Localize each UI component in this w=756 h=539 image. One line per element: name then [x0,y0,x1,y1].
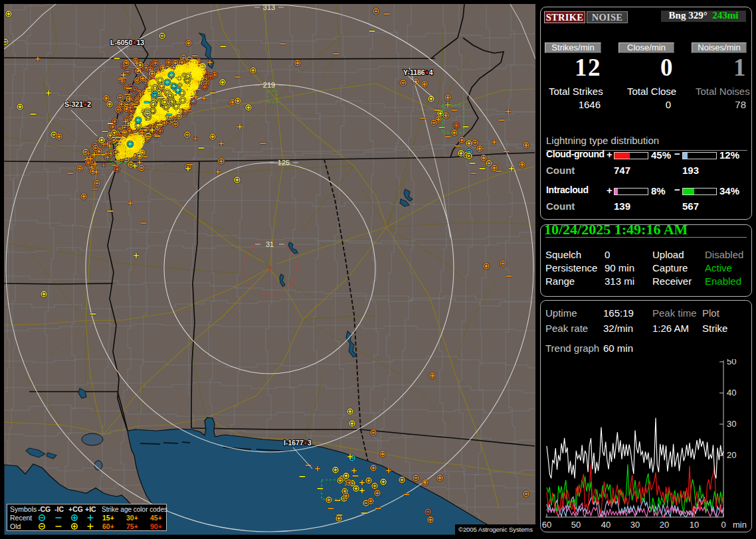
svg-text:I-1677+3: I-1677+3 [284,439,312,447]
svg-text:0: 0 [721,520,725,530]
svg-text:31: 31 [266,240,274,248]
svg-text:30: 30 [630,520,640,530]
svg-text:20: 20 [727,450,736,460]
svg-text:40: 40 [601,520,611,530]
svg-text:313: 313 [263,4,275,11]
svg-text:125: 125 [278,159,290,167]
svg-text:min: min [733,520,747,530]
svg-text:60: 60 [542,520,551,530]
svg-text:219: 219 [263,81,275,89]
svg-text:S-321+2: S-321+2 [64,100,91,108]
svg-text:Y-1186+4: Y-1186+4 [403,68,433,76]
svg-text:50: 50 [571,520,581,530]
svg-text:50: 50 [727,359,736,366]
svg-text:L-6050+13: L-6050+13 [110,38,144,46]
svg-text:30: 30 [727,419,736,429]
svg-text:10: 10 [690,520,699,530]
svg-text:20: 20 [660,520,669,530]
svg-text:40: 40 [727,388,736,398]
